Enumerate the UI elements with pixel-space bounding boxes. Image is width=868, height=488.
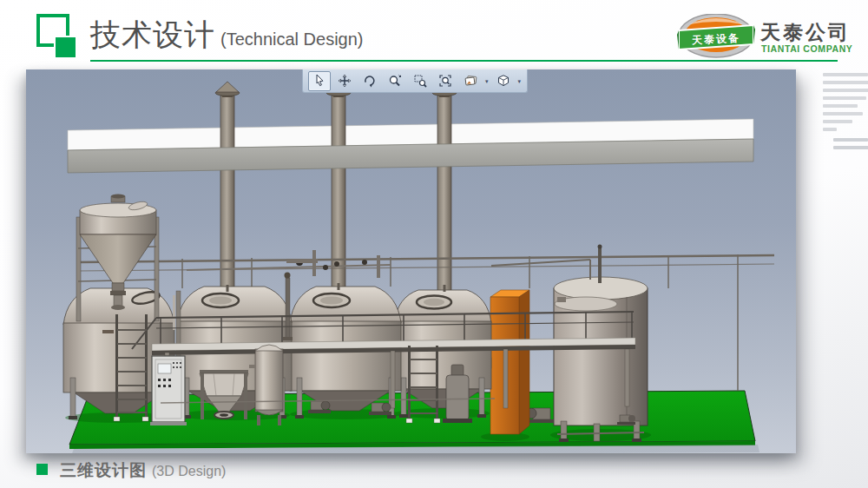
logo-company-cn: 天泰公司	[760, 19, 851, 46]
slide-caption: 三维设计图(3D Design)	[36, 459, 226, 482]
pump	[617, 415, 635, 425]
page-title-cn: 技术设计	[90, 17, 215, 51]
zoom-fit-icon	[438, 74, 452, 88]
view-cube-icon	[496, 74, 510, 88]
zoom-in-out-icon	[388, 74, 402, 88]
dropdown-caret-icon[interactable]: ▾	[485, 78, 489, 84]
brewery-3d-scene	[26, 69, 796, 453]
pan-icon	[338, 74, 352, 88]
pump	[526, 408, 554, 423]
dropdown-caret-icon[interactable]: ▾	[518, 78, 522, 84]
zoom-to-fit-button[interactable]	[434, 71, 457, 91]
view-orientation-button[interactable]	[492, 71, 515, 91]
logo-company-en: TIANTAI COMPANY	[761, 43, 852, 54]
select-cursor-icon	[312, 74, 326, 88]
slide: 技术设计(Technical Design) 天泰设备 天泰公司 TIANTAI…	[0, 0, 868, 488]
page-title: 技术设计(Technical Design)	[90, 15, 364, 56]
title-square-icon	[36, 14, 76, 54]
caption-text-en: (3D Design)	[152, 464, 226, 478]
apply-scene-button[interactable]	[459, 71, 482, 91]
apply-scene-icon	[464, 74, 477, 88]
zoom-area-icon	[413, 74, 427, 88]
cad-view-toolbar: ▾ ▾	[302, 69, 528, 93]
rotate-view-button[interactable]	[358, 71, 381, 91]
page-title-en: (Technical Design)	[220, 30, 364, 49]
pan-tool-button[interactable]	[333, 71, 356, 91]
title-underline	[90, 60, 838, 62]
zoom-to-area-button[interactable]	[409, 71, 431, 91]
caption-text-cn: 三维设计图	[60, 461, 147, 479]
pump	[308, 401, 331, 413]
caption-bullet-icon	[36, 464, 48, 475]
control-cabinet	[150, 356, 187, 425]
zoom-in-out-button[interactable]	[384, 71, 406, 91]
faint-text-artifact	[823, 73, 868, 154]
select-tool-button[interactable]	[308, 71, 331, 91]
rotate-icon	[363, 74, 377, 88]
company-logo: 天泰设备 天泰公司 TIANTAI COMPANY	[677, 14, 833, 57]
cad-screenshot: ▾ ▾	[26, 69, 796, 453]
pump	[369, 403, 391, 415]
